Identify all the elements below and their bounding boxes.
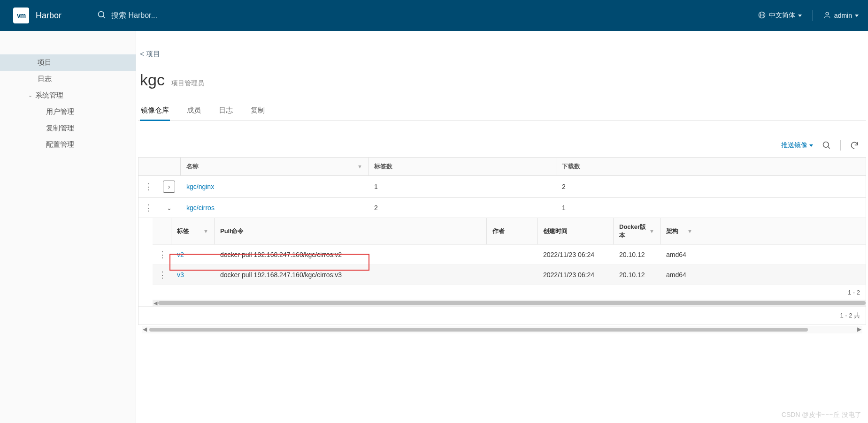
col-author[interactable]: 作者: [487, 218, 538, 244]
project-tabs: 镜像仓库 成员 日志 复制: [138, 102, 866, 121]
scroll-left-icon[interactable]: ◀: [143, 326, 147, 332]
project-title: kgc: [140, 71, 165, 89]
tab-logs[interactable]: 日志: [218, 102, 234, 120]
filter-icon[interactable]: ▼: [203, 228, 208, 234]
col-tag[interactable]: 标签 ▼: [171, 218, 215, 244]
language-label: 中文简体: [769, 11, 795, 20]
sidebar: 项目 日志 ⌄ 系统管理 用户管理 复制管理 配置管理: [0, 31, 136, 423]
chevron-down-icon: [809, 144, 813, 147]
project-role: 项目管理员: [171, 79, 204, 88]
tag-row: ⋮ v3 docker pull 192.168.247.160/kgc/cir…: [153, 265, 866, 285]
tag-arch: amd64: [661, 245, 698, 264]
col-created[interactable]: 创建时间: [538, 218, 614, 244]
user-menu[interactable]: admin: [823, 11, 859, 21]
filter-icon[interactable]: ▼: [649, 228, 654, 234]
refresh-button[interactable]: [849, 140, 860, 151]
repo-tag-count: 1: [369, 176, 556, 197]
sidebar-item-projects[interactable]: 项目: [0, 54, 136, 71]
svg-point-6: [823, 142, 829, 148]
brand-label: Harbor: [36, 11, 61, 21]
col-downloads[interactable]: 下载数: [556, 158, 866, 175]
tag-arch: amd64: [661, 265, 698, 285]
tab-members[interactable]: 成员: [186, 102, 202, 120]
sidebar-item-logs[interactable]: 日志: [0, 71, 136, 87]
chevron-down-icon: [855, 15, 859, 17]
user-label: admin: [834, 12, 852, 19]
app-header: vm Harbor 中文简体 admin: [0, 0, 868, 31]
scroll-left-icon[interactable]: ◀: [154, 300, 157, 306]
tag-created: 2022/11/23 06:24: [538, 245, 614, 264]
tag-author: [487, 265, 538, 285]
filter-icon[interactable]: ▼: [687, 228, 692, 234]
col-tags[interactable]: 标签数: [369, 158, 556, 175]
sidebar-group-admin[interactable]: ⌄ 系统管理: [0, 87, 136, 104]
svg-line-1: [103, 16, 105, 18]
repo-name-link[interactable]: kgc/cirros: [181, 198, 369, 218]
separator: [840, 140, 841, 151]
repo-name-link[interactable]: kgc/nginx: [181, 176, 369, 197]
scroll-right-icon[interactable]: ▶: [857, 326, 861, 332]
header-separator: [812, 10, 813, 21]
svg-point-5: [826, 12, 829, 15]
vmware-logo: vm: [13, 8, 29, 23]
push-image-label: 推送镜像: [781, 141, 807, 150]
row-actions-button[interactable]: ⋮: [158, 249, 166, 260]
tag-author: [487, 245, 538, 264]
breadcrumb-back[interactable]: < 项目: [138, 50, 866, 59]
sidebar-item-config[interactable]: 配置管理: [0, 136, 136, 153]
repo-tag-count: 2: [369, 198, 556, 218]
row-actions-button[interactable]: ⋮: [158, 270, 166, 280]
repo-download-count: 2: [556, 176, 866, 197]
tab-replication[interactable]: 复制: [250, 102, 266, 120]
tags-subtable: 标签 ▼ Pull命令 作者 创建时间 Docker版本 ▼ 架构: [153, 218, 866, 306]
sub-table-header: 标签 ▼ Pull命令 作者 创建时间 Docker版本 ▼ 架构: [153, 218, 866, 245]
outer-scrollbar[interactable]: ◀ ▶: [142, 326, 862, 333]
col-pull[interactable]: Pull命令: [215, 218, 487, 244]
tag-docker: 20.10.12: [614, 265, 661, 285]
search-repo-button[interactable]: [822, 140, 832, 151]
tag-link[interactable]: v3: [171, 265, 215, 285]
watermark: CSDN @皮卡~~~丘 没电了: [782, 411, 861, 419]
table-row: ⋮ › kgc/nginx 1 2: [138, 176, 866, 198]
pagination: 1 - 2 共: [138, 306, 866, 325]
svg-line-7: [828, 147, 830, 149]
row-actions-button[interactable]: ⋮: [144, 203, 152, 213]
filter-icon[interactable]: ▼: [357, 164, 362, 169]
push-image-button[interactable]: 推送镜像: [781, 141, 813, 150]
tag-link[interactable]: v2: [171, 245, 215, 264]
repositories-table: 名称 ▼ 标签数 下载数 ⋮ › kgc/nginx 1 2: [138, 157, 866, 325]
sub-scrollbar[interactable]: ◀: [153, 300, 866, 306]
global-search[interactable]: [92, 0, 476, 31]
tag-created: 2022/11/23 06:24: [538, 265, 614, 285]
tab-repositories[interactable]: 镜像仓库: [140, 102, 170, 121]
chevron-down-icon: [798, 15, 802, 17]
sidebar-item-replication[interactable]: 复制管理: [0, 120, 136, 136]
language-selector[interactable]: 中文简体: [758, 11, 802, 21]
svg-point-0: [99, 11, 104, 17]
collapse-button[interactable]: ⌄: [167, 204, 172, 212]
tag-docker: 20.10.12: [614, 245, 661, 264]
sub-pagination: 1 - 2: [153, 285, 866, 300]
sidebar-group-label: 系统管理: [35, 91, 63, 100]
user-icon: [823, 11, 831, 21]
globe-icon: [758, 11, 766, 21]
col-arch[interactable]: 架构 ▼: [661, 218, 698, 244]
pull-command: docker pull 192.168.247.160/kgc/cirros:v…: [215, 245, 487, 264]
sidebar-item-users[interactable]: 用户管理: [0, 104, 136, 120]
search-icon: [97, 10, 107, 21]
search-input[interactable]: [111, 11, 476, 20]
repo-download-count: 1: [556, 198, 866, 218]
col-name[interactable]: 名称 ▼: [181, 158, 369, 175]
table-row: ⋮ ⌄ kgc/cirros 2 1: [138, 198, 866, 218]
col-docker[interactable]: Docker版本 ▼: [614, 218, 661, 244]
row-actions-button[interactable]: ⋮: [144, 181, 152, 192]
pull-command: docker pull 192.168.247.160/kgc/cirros:v…: [215, 265, 487, 285]
tag-row: ⋮ v2 docker pull 192.168.247.160/kgc/cir…: [153, 245, 866, 265]
table-header: 名称 ▼ 标签数 下载数: [138, 158, 866, 176]
chevron-down-icon: ⌄: [28, 92, 32, 98]
main-content: < 项目 kgc 项目管理员 镜像仓库 成员 日志 复制 推送镜像: [136, 31, 868, 423]
expand-button[interactable]: ›: [163, 181, 175, 193]
